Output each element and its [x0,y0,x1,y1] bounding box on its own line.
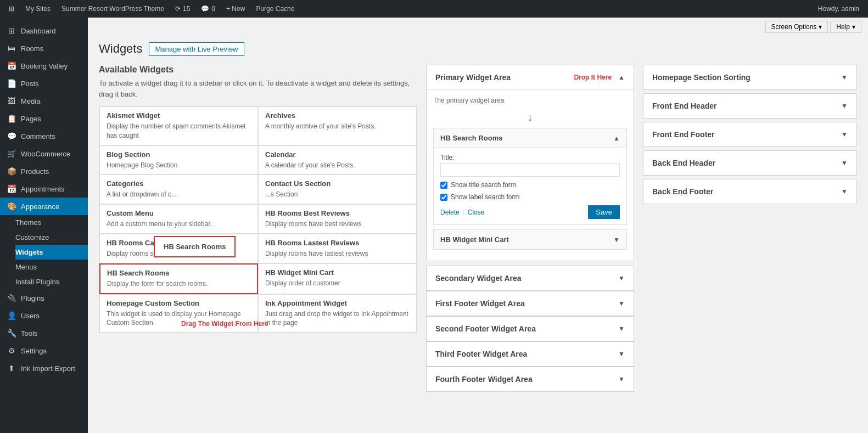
pages-icon: 📋 [7,114,16,123]
right-area-chevron-back-end-header: ▼ [841,159,848,167]
widget-desc-contact-us: ...s Section [265,190,410,199]
main-content: Screen Options ▾ Help ▾ Widgets Manage w… [88,18,868,433]
show-title-search-form-checkbox[interactable] [440,182,447,189]
title-field-input[interactable] [440,163,620,177]
widget-cell-archives[interactable]: ArchivesA monthly archive of your site's… [258,106,417,145]
sidebar-sub-item-widgets[interactable]: Widgets [15,245,88,260]
adminbar-wp-icon[interactable]: ⊞ [4,5,19,13]
sidebar-sub-item-customize[interactable]: Customize [15,230,88,245]
widget-cell-hb-rooms-best[interactable]: HB Rooms Best ReviewsDisplay rooms have … [258,204,417,234]
widget-area-fourth-footer: Fourth Footer Widget Area ▼ [426,367,634,392]
hb-search-rooms-widget: HB Search Rooms ▲ Title: Show [433,128,627,225]
primary-widget-area-header[interactable]: Primary Widget Area Drop It Here ▲ [427,65,634,89]
right-area-homepage-section-sorting: Homepage Section Sorting ▼ [643,65,857,90]
sidebar-item-dashboard[interactable]: ⊞Dashboard [0,22,88,40]
drop-it-here-label: Drop It Here [574,74,612,81]
widget-cell-hb-rooms-carousel[interactable]: HB Rooms CarouselDisplay rooms slider [99,234,258,263]
widget-area-header-first-footer[interactable]: First Footer Widget Area ▼ [427,291,634,316]
right-area-header-back-end-header[interactable]: Back End Header ▼ [643,151,856,175]
widget-cell-custom-menu[interactable]: Custom MenuAdd a custom menu to your sid… [99,204,258,234]
widget-area-header-secondary[interactable]: Secondary Widget Area ▼ [427,266,634,290]
hb-search-rooms-widget-body: Title: Show title search form Show labe [434,148,626,224]
right-area-header-back-end-footer[interactable]: Back End Footer ▼ [643,179,856,204]
widget-cell-ink-appointment[interactable]: Ink Appointment WidgetJust drag and drop… [258,294,417,333]
right-area-chevron-front-end-header: ▼ [841,102,848,110]
sidebar-item-settings[interactable]: ⚙Settings [0,342,88,359]
sidebar-item-comments[interactable]: 💬Comments [0,127,88,145]
sidebar-item-appointments[interactable]: 📆Appointments [0,180,88,198]
sidebar-item-products[interactable]: 📦Products [0,162,88,180]
widget-area-chevron-first-footer: ▼ [618,300,625,307]
screen-options-button[interactable]: Screen Options ▾ [765,21,828,33]
sidebar-item-pages[interactable]: 📋Pages [0,110,88,127]
widget-cell-hb-widget-mini-cart[interactable]: HB Widget Mini CartDisplay order of cust… [258,263,417,294]
sidebar-item-plugins[interactable]: 🔌Plugins [0,289,88,307]
plugins-icon: 🔌 [7,294,16,302]
sidebar-item-booking-valley[interactable]: 📅Booking Valley [0,57,88,75]
manage-live-preview-button[interactable]: Manage with Live Preview [149,42,244,56]
widget-area-header-third-footer[interactable]: Third Footer Widget Area ▼ [427,342,634,366]
widget-name-hb-widget-mini-cart: HB Widget Mini Cart [265,268,410,277]
adminbar-updates[interactable]: ⟳ 15 [171,5,194,13]
widget-desc-hb-search-rooms-drag: Display the form for search rooms. [107,279,250,289]
widget-cell-hb-rooms-latest[interactable]: HB Rooms Lastest ReviewsDisplay rooms ha… [258,234,417,263]
booking-valley-icon: 📅 [7,61,16,70]
sidebar-sub-item-themes[interactable]: Themes [15,215,88,230]
right-area-header-front-end-header[interactable]: Front End Header ▼ [643,94,856,118]
widget-cell-calendar[interactable]: CalendarA calendar of your site's Posts. [258,145,417,175]
adminbar-sitename[interactable]: Summer Resort WordPress Theme [57,5,169,13]
close-link[interactable]: Close [468,209,485,216]
link-separator: | [463,209,464,216]
sidebar-item-users[interactable]: 👤Users [0,307,88,324]
sidebar-sub-label-install-plugins: Install Plugins [15,278,59,286]
widget-name-categories: Categories [107,179,251,188]
adminbar-purgecache[interactable]: Purge Cache [251,5,299,13]
sidebar-sub-label-menus: Menus [15,263,37,271]
sidebar-item-label-ink-import-export: Ink Import Export [21,364,75,373]
appointments-icon: 📆 [7,184,16,193]
widget-area-chevron-second-footer: ▼ [618,325,625,333]
sidebar-item-appearance[interactable]: 🎨Appearance [0,198,88,215]
right-area-header-homepage-section-sorting[interactable]: Homepage Section Sorting ▼ [643,65,856,89]
collapsed-areas: Secondary Widget Area ▼ First Footer Wid… [426,266,634,392]
widget-cell-akismet[interactable]: Akismet WidgetDisplay the number of spam… [99,106,258,145]
sidebar-item-media[interactable]: 🖼Media [0,92,88,110]
widget-name-contact-us: Contact Us Section [265,179,410,188]
widget-area-header-fourth-footer[interactable]: Fourth Footer Widget Area ▼ [427,367,634,391]
sidebar-sub-item-install-plugins[interactable]: Install Plugins [15,274,88,289]
sidebar-item-label-tools: Tools [21,329,37,338]
hb-search-rooms-widget-header[interactable]: HB Search Rooms ▲ [434,128,626,148]
sidebar-item-ink-import-export[interactable]: ⬆Ink Import Export [0,359,88,377]
adminbar-comments[interactable]: 💬 0 [197,5,220,13]
widget-cell-hb-search-rooms-drag[interactable]: HB Search RoomsDisplay the form for sear… [99,263,258,294]
hb-search-rooms-widget-title: HB Search Rooms [440,134,502,142]
sidebar-item-posts[interactable]: 📄Posts [0,75,88,92]
right-area-title-front-end-header: Front End Header [652,102,716,110]
right-area-header-front-end-footer[interactable]: Front End Footer ▼ [643,122,856,147]
page-title: Widgets [99,42,142,56]
widget-area-header-second-footer[interactable]: Second Footer Widget Area ▼ [427,317,634,341]
widget-cell-contact-us[interactable]: Contact Us Section...s Section [258,175,417,204]
sidebar-item-woocommerce[interactable]: 🛒WooCommerce [0,145,88,162]
sidebar-sub-item-menus[interactable]: Menus [15,260,88,274]
hb-mini-cart-widget-header[interactable]: HB Widget Mini Cart ▼ [434,230,626,249]
right-areas-panel: Homepage Section Sorting ▼ Front End Hea… [643,65,857,392]
sidebar-item-label-settings: Settings [21,347,47,355]
widget-cell-blog-section[interactable]: Blog SectionHomepage Blog Section [99,145,258,175]
delete-link[interactable]: Delete [440,209,460,216]
adminbar-mysites[interactable]: My Sites [21,5,55,13]
sidebar-item-rooms[interactable]: 🛏Rooms [0,40,88,57]
help-button[interactable]: Help ▾ [830,21,861,33]
sidebar-item-tools[interactable]: 🔧Tools [0,324,88,342]
widget-name-custom-menu: Custom Menu [107,209,251,217]
widget-save-button[interactable]: Save [588,205,620,219]
admin-bar: ⊞ My Sites Summer Resort WordPress Theme… [0,0,868,18]
widget-area-title-third-footer: Third Footer Widget Area [435,350,527,358]
show-label-search-form-checkbox[interactable] [440,194,447,201]
widget-desc-hb-rooms-latest: Display rooms have lastest reviews [265,249,410,258]
available-widgets-title: Available Widgets [99,65,417,75]
adminbar-new[interactable]: + New [222,5,249,13]
widget-name-archives: Archives [265,111,410,120]
adminbar-howdy: Howdy, admin [818,5,864,13]
widget-cell-categories[interactable]: CategoriesA list or dropdown of c... [99,175,258,204]
